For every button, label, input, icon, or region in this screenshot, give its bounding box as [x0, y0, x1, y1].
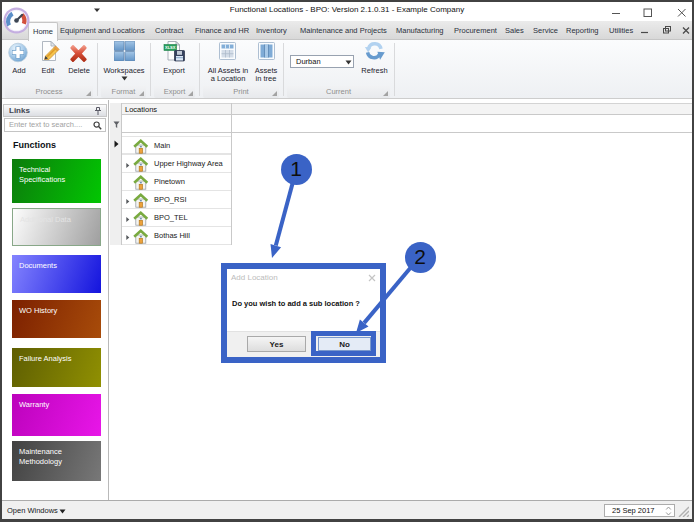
- svg-text:XLSX: XLSX: [165, 45, 176, 50]
